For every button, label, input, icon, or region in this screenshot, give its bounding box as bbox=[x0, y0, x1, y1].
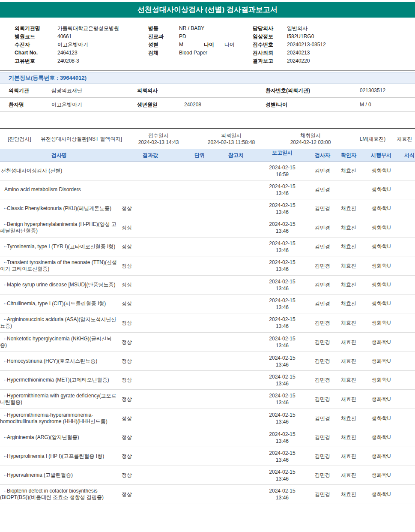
department-name: 생화학U bbox=[362, 300, 400, 307]
diagnostic-tag: [진단검사] bbox=[0, 135, 41, 142]
tester-name: 김민경 bbox=[310, 319, 335, 327]
tester-name: 김민경 bbox=[310, 243, 335, 250]
tester-name: 김민경 bbox=[310, 453, 335, 460]
info-value: 40661 bbox=[57, 33, 72, 41]
report-datetime: 2024-02-1513:46 bbox=[254, 278, 310, 292]
report-datetime: 2024-02-1513:46 bbox=[254, 335, 310, 349]
col-header-format: 서식 bbox=[400, 149, 415, 161]
department-name: 생화학U bbox=[362, 224, 400, 231]
col-header-tester: 검사자 bbox=[310, 149, 335, 161]
info-value: M bbox=[179, 41, 204, 49]
report-time: 13:46 bbox=[254, 361, 310, 368]
basic-info-row: 환자명이고은빛아기생년월일240208성별/나이M / 0 bbox=[0, 98, 415, 112]
info-value: I582U1RG0 bbox=[287, 33, 314, 41]
result-value: 정상 bbox=[119, 472, 182, 479]
result-value: 정상 bbox=[119, 319, 182, 327]
test-name: ··Hypervalinemia (고발린혈증) bbox=[0, 469, 119, 481]
report-date: 2024-02-15 bbox=[254, 412, 310, 418]
info-label: 병동 bbox=[148, 24, 179, 33]
result-value: 정상 bbox=[119, 453, 182, 460]
confirmer-name: 채효진 bbox=[335, 453, 362, 460]
request-value: 2024-02-13 11:58:48 bbox=[193, 139, 270, 146]
collector-name-2: 채효진 bbox=[394, 135, 415, 142]
department-name: 생화학U bbox=[362, 262, 400, 270]
header-info-col1: 의뢰기관명가톨릭대학교은평성모병원병원코드40661수진자이고은빛아기Chart… bbox=[15, 24, 148, 65]
test-name: ··Transient tyrosinemia of the neonate (… bbox=[0, 256, 119, 275]
report-time: 13:46 bbox=[254, 285, 310, 292]
info-value: PD bbox=[179, 33, 204, 41]
info-row: 임상정보I582U1RG0 bbox=[253, 33, 415, 41]
department-name: 생화학U bbox=[362, 281, 400, 289]
result-value: 정상 bbox=[119, 205, 182, 212]
info-label: Chart No. bbox=[15, 49, 57, 57]
result-value: 정상 bbox=[119, 396, 182, 403]
info-row: 수진자이고은빛아기 bbox=[15, 41, 148, 49]
tester-name: 김민경 bbox=[310, 434, 335, 441]
col-header-reference: 참고치 bbox=[218, 149, 254, 161]
field-value: 삼광의료재단 bbox=[51, 84, 137, 97]
report-time: 13:46 bbox=[254, 247, 310, 254]
info-row: 의뢰기관명가톨릭대학교은평성모병원 bbox=[15, 24, 148, 33]
report-datetime: 2024-02-1513:46 bbox=[254, 431, 310, 445]
report-datetime: 2024-02-1513:46 bbox=[254, 450, 310, 463]
diagnostic-summary-row: [진단검사] 유전성대사이상질환[NST 혈액여지] 접수일시 2024-02-… bbox=[0, 128, 415, 149]
receipt-label: 접수일시 bbox=[124, 132, 193, 139]
confirmer-name: 채효진 bbox=[335, 300, 362, 307]
result-row: ··Tyrosinemia, type I (TYR I)(고타이로신혈증 I형… bbox=[0, 237, 415, 256]
test-name: ··Biopterin defect in cofactor biosynthe… bbox=[0, 485, 119, 504]
field-value: M / 0 bbox=[360, 98, 415, 111]
info-label: 결과보고 bbox=[253, 57, 287, 65]
report-date: 2024-02-15 bbox=[254, 259, 310, 266]
info-label: 임상정보 bbox=[253, 33, 287, 41]
confirmer-name: 채효진 bbox=[335, 167, 362, 174]
department-name: 생화학U bbox=[362, 415, 400, 422]
tester-name: 김민경 bbox=[310, 358, 335, 365]
report-time: 13:46 bbox=[254, 228, 310, 234]
test-name: Amino acid metabolism Disorders bbox=[0, 183, 119, 196]
report-date: 2024-02-15 bbox=[254, 335, 310, 342]
result-row: ··Argininemia (ARG)(알지닌혈증)정상2024-02-1513… bbox=[0, 428, 415, 447]
diagnostic-test-name: 유전성대사이상질환[NST 혈액여지] bbox=[41, 135, 124, 142]
tester-name: 김민경 bbox=[310, 472, 335, 479]
tester-name: 김민경 bbox=[310, 281, 335, 289]
report-datetime: 2024-02-1513:46 bbox=[254, 316, 310, 330]
info-value: Blood Paper bbox=[179, 49, 207, 57]
report-time: 13:46 bbox=[254, 418, 310, 425]
header-info-col3: 담당의사일반의사임상정보I582U1RG0접수번호20240213-03512검… bbox=[253, 24, 415, 65]
report-date: 2024-02-15 bbox=[254, 278, 310, 285]
report-time: 13:46 bbox=[254, 457, 310, 463]
report-datetime: 2024-02-1513:46 bbox=[254, 183, 310, 197]
tester-name: 김민경 bbox=[310, 415, 335, 422]
report-datetime: 2024-02-1513:46 bbox=[254, 355, 310, 368]
report-datetime: 2024-02-1513:46 bbox=[254, 469, 310, 482]
tester-name: 김민경 bbox=[310, 186, 335, 193]
info-label: 검사의뢰 bbox=[253, 49, 287, 57]
test-name: ··Citrullinemia, type I (CIT)(시트룰린혈증 I형) bbox=[0, 298, 119, 310]
department-name: 생화학U bbox=[362, 358, 400, 365]
test-name: ··Hyperornithinemia with gyrate deficien… bbox=[0, 390, 119, 409]
info-label: 수진자 bbox=[15, 41, 57, 49]
info-value: 이고은빛아기 bbox=[57, 41, 88, 49]
department-name: 생화학U bbox=[362, 434, 400, 441]
report-date: 2024-02-15 bbox=[254, 450, 310, 457]
info-label: 고유번호 bbox=[15, 57, 57, 65]
result-value: 정상 bbox=[119, 281, 182, 289]
info-row: 담당의사일반의사 bbox=[253, 24, 415, 33]
info-value: 20240213 bbox=[287, 49, 310, 57]
field-label: 의뢰의사 bbox=[137, 84, 184, 97]
result-row: ··Argininosuccinic aciduria (ASA)(알지노석시닌… bbox=[0, 313, 415, 333]
result-row: ··Maple syrup urine disease [MSUD](단풍당뇨증… bbox=[0, 276, 415, 295]
info-row: 병동NR / BABY bbox=[148, 24, 253, 33]
report-datetime: 2024-02-1513:46 bbox=[254, 297, 310, 311]
test-name: ··Benign hyperphenylalaninemia (H-PHE)(양… bbox=[0, 218, 119, 237]
test-name: ··Tyrosinemia, type I (TYR I)(고타이로신혈증 I형… bbox=[0, 240, 119, 253]
collector-name: LM(채효진) bbox=[351, 135, 394, 142]
field-label: 환자번호(의뢰기관) bbox=[266, 84, 360, 97]
report-time: 13:46 bbox=[254, 399, 310, 406]
confirmer-name: 채효진 bbox=[335, 376, 362, 384]
tester-name: 김민경 bbox=[310, 491, 335, 498]
test-name: ··Maple syrup urine disease [MSUD](단풍당뇨증… bbox=[0, 279, 119, 291]
report-time: 13:46 bbox=[254, 380, 310, 387]
tester-name: 김민경 bbox=[310, 376, 335, 384]
request-label: 의뢰일시 bbox=[193, 132, 270, 139]
